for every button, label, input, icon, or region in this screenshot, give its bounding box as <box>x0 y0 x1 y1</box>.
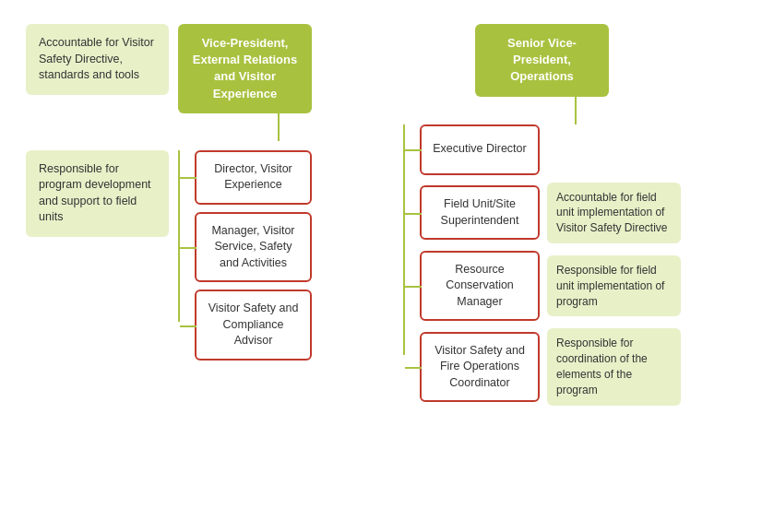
left-node-advisor: Visitor Safety and Compliance Advisor <box>195 290 312 361</box>
org-chart: Accountable for Visitor Safety Directive… <box>12 10 750 522</box>
right-panel: Senior Vice-President, Operations Execut… <box>403 24 736 508</box>
left-node-director: Director, Visitor Experience <box>195 150 312 205</box>
responsible-label: Responsible for program development and … <box>26 150 169 237</box>
node-row-superintendent: Field Unit/Site Superintendent Accountab… <box>420 183 681 243</box>
right-tree-nodes: Executive Director Field Unit/Site Super… <box>403 124 681 406</box>
right-node-coordinator: Visitor Safety and Fire Operations Coord… <box>420 332 540 403</box>
node-row-manager: Resource Conservation Manager Responsibl… <box>420 251 681 322</box>
left-top-section: Accountable for Visitor Safety Directive… <box>26 24 394 141</box>
vp-connector-line <box>278 113 280 141</box>
left-tree: Director, Visitor Experience Manager, Vi… <box>178 150 312 368</box>
right-node-exec: Executive Director <box>420 124 540 175</box>
right-top-section: Senior Vice-President, Operations Execut… <box>403 24 736 406</box>
manager-label: Responsible for field unit implementatio… <box>547 255 681 316</box>
right-node-manager: Resource Conservation Manager <box>420 251 540 322</box>
svp-box: Senior Vice-President, Operations <box>475 24 609 97</box>
left-bottom-section: Responsible for program development and … <box>26 150 394 368</box>
superintendent-label: Accountable for field unit implementatio… <box>547 183 681 243</box>
right-tree: Executive Director Field Unit/Site Super… <box>403 124 681 406</box>
vp-box: Vice-President, External Relations and V… <box>178 24 312 113</box>
left-node-manager: Manager, Visitor Service, Safety and Act… <box>195 212 312 283</box>
node-row-coordinator: Visitor Safety and Fire Operations Coord… <box>420 328 681 405</box>
accountable-label: Accountable for Visitor Safety Directive… <box>26 24 169 95</box>
svp-connector-line <box>575 97 577 124</box>
right-node-superintendent: Field Unit/Site Superintendent <box>420 185 540 240</box>
node-row-exec: Executive Director <box>420 124 681 175</box>
coordinator-label: Responsible for coordination of the elem… <box>547 328 681 405</box>
left-tree-inner: Director, Visitor Experience Manager, Vi… <box>178 150 312 368</box>
left-panel: Accountable for Visitor Safety Directive… <box>26 24 394 508</box>
